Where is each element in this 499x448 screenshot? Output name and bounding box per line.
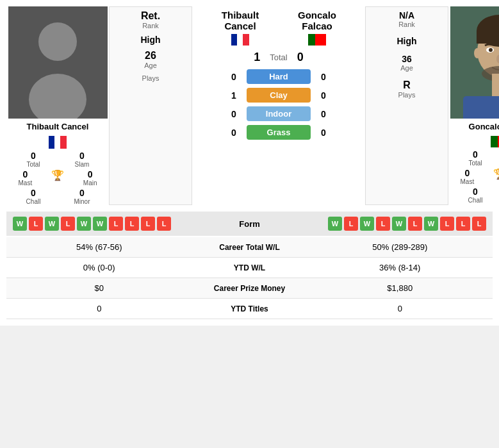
main-container: Thibault Cancel 0 Total 0 Slam 0 [0,0,499,326]
surface-row-indoor: 0 Indoor 0 [227,106,330,121]
player2-rank-item: N/A Rank [398,10,415,28]
player1-name-center: Thibault Cancel [202,10,279,47]
ytd-titles-label: YTD Titles [186,304,314,313]
player2-total-label: Total [468,160,482,167]
career-total-left: 54% (67-56) [13,242,186,252]
comparison-table: 54% (67-56) Career Total W/L 50% (289-28… [6,237,493,319]
player1-mast-label: Mast [19,179,33,187]
form-p1-3: W [45,217,59,231]
ytd-wl-left: 0% (0-0) [13,263,186,272]
player1-slam-value: 0 [79,151,85,161]
trophy-icon-p2: 🏆 [493,168,499,180]
player1-flag-center [202,34,279,47]
form-section: W L W L W W L L L L Form W L W L W L W L… [6,212,493,236]
svg-point-9 [489,48,493,52]
surface-row-hard: 0 Hard 0 [227,69,330,84]
player1-slam-stat: 0 Slam [58,151,106,168]
player2-age-value: 36 [402,54,412,64]
player2-stat-row-1: 0 Total 0 Slam [451,149,499,167]
player1-flag [49,136,67,149]
top-section: Thibault Cancel 0 Total 0 Slam 0 [6,6,493,205]
total-row: 1 Total 0 [195,51,362,64]
player2-total-value: 0 [473,149,478,160]
player2-plays-item: R Plays [398,79,416,99]
form-p2-6: L [408,217,422,231]
form-p1-9: L [141,217,155,231]
player1-stat-row-2: 0 Mast 🏆 0 Main [9,169,106,187]
player2-card: Goncalo Falcao 0 Total 0 Slam 0 [448,6,499,205]
form-p2-1: W [328,217,342,231]
form-p2-4: L [376,217,390,231]
player2-total-stat: 0 Total [451,149,499,167]
player2-name-center: Goncalo Falcao [279,10,356,47]
career-prize-right: $1,880 [314,283,487,293]
surface-row-grass: 0 Grass 0 [227,125,330,140]
player1-total-stat: 0 Total [9,151,58,168]
player1-minor-value: 0 [79,188,85,198]
form-right: W L W L W L W L L L [291,217,487,231]
svg-rect-14 [492,74,500,96]
form-p2-9: L [456,217,470,231]
player2-mast-stat: 0 Mast [451,168,484,185]
player2-high-item: High [397,36,416,46]
center-panel: Thibault Cancel Goncalo Falcao 1 To [192,6,365,205]
hard-score-right: 0 [317,72,330,82]
career-prize-label: Career Prize Money [186,284,314,293]
player2-chall-value: 0 [473,187,478,197]
form-p2-3: W [360,217,374,231]
svg-rect-13 [463,96,500,119]
clay-score-right: 0 [317,90,330,101]
player1-plays-value: Plays [142,74,160,82]
player2-stat-row-2: 0 Mast 🏆 0 Main [451,168,499,185]
form-p2-5: W [392,217,406,231]
player1-rank-label: Rank [142,22,159,29]
form-p2-2: L [344,217,358,231]
player2-age-label: Age [400,64,413,72]
player1-minor-label: Minor [74,198,90,205]
player1-silhouette [8,6,108,119]
form-p1-7: L [109,217,123,231]
player1-chall-label: Chall [26,198,41,205]
player1-rank-item: Ret. Rank [141,10,160,29]
player1-stat-row-1: 0 Total 0 Slam [9,151,106,168]
surface-row-clay: 1 Clay 0 [227,88,330,103]
form-left: W L W L W W L L L L [13,217,208,231]
career-prize-left: $0 [13,283,186,293]
player1-plays-item: Plays [142,74,160,82]
player1-middle-panel: Ret. Rank High 26 Age Plays [109,6,192,205]
ytd-titles-row: 0 YTD Titles 0 [6,299,493,319]
surface-rows: 0 Hard 0 1 Clay 0 0 Indoor 0 0 Grass [195,69,362,140]
player1-minor-stat: 0 Minor [58,188,106,205]
form-p1-6: W [93,217,107,231]
player1-high-item: High [140,35,160,45]
indoor-score-right: 0 [317,109,330,119]
indoor-score-left: 0 [227,109,240,119]
player1-age-item: 26 Age [144,50,157,69]
player1-main-value: 0 [88,169,93,179]
player2-trophy-icon: 🏆 [484,168,499,185]
player1-high-value: High [140,35,160,45]
player1-stats: 0 Total 0 Slam 0 Mast 🏆 [6,151,109,205]
clay-score-left: 1 [227,90,240,101]
grass-score-right: 0 [317,128,330,138]
clay-badge: Clay [247,88,311,103]
player2-flag-center [279,34,356,47]
ytd-wl-label: YTD W/L [186,263,314,272]
form-p2-8: L [440,217,454,231]
player2-rank-value: N/A [399,10,414,21]
form-p2-10: L [472,217,486,231]
form-p2-7: W [424,217,438,231]
svg-point-1 [38,22,77,61]
player1-card: Thibault Cancel 0 Total 0 Slam 0 [6,6,109,205]
player2-mast-value: 0 [464,168,470,178]
form-p1-10: L [157,217,171,231]
player2-flag [491,136,499,147]
form-p1-8: L [125,217,139,231]
hard-badge: Hard [247,69,311,84]
player1-rank-value: Ret. [141,10,160,22]
career-total-row: 54% (67-56) Career Total W/L 50% (289-28… [6,237,493,258]
player1-trophy-icon: 🏆 [42,169,74,187]
player1-age-value: 26 [145,50,156,62]
player1-chall-value: 0 [31,188,36,198]
player2-stat-row-3: 0 Chall 0 Minor [451,187,499,204]
